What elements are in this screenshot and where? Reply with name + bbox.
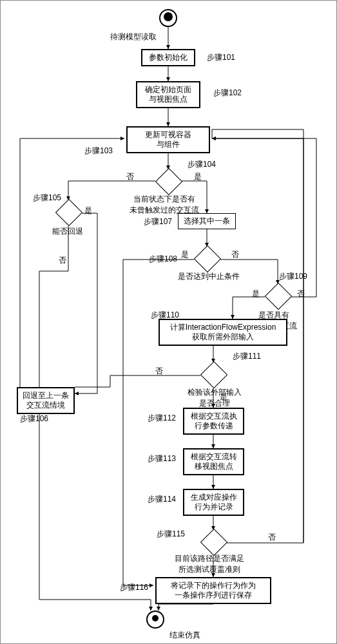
branch-108-yes: 是 — [181, 249, 189, 260]
branch-105-yes: 是 — [84, 205, 92, 216]
label-step111: 步骤111 — [233, 351, 261, 362]
label-step108: 步骤108 — [149, 254, 177, 265]
branch-109-no: 否 — [297, 289, 305, 299]
branch-104-yes: 是 — [194, 171, 202, 182]
label-step105: 步骤105 — [33, 193, 61, 204]
box-step116: 将记录下的操作行为作为 一条操作序列进行保存 — [155, 577, 271, 604]
label-step115: 步骤115 — [157, 529, 185, 540]
branch-105-no: 否 — [59, 255, 66, 266]
text-step115: 目前该路径是否满足 所选测试覆盖准则 — [175, 553, 244, 575]
label-step113: 步骤113 — [148, 453, 176, 464]
start-label: 待测模型读取 — [110, 32, 157, 43]
label-step106: 步骤106 — [20, 413, 48, 424]
end-label: 结束仿真 — [169, 630, 200, 641]
text-step106: 回退至上一条 交互流情境 — [23, 391, 69, 410]
label-step109: 步骤109 — [279, 271, 307, 282]
branch-104-no: 否 — [126, 171, 134, 182]
box-step103: 更新可视容器 与组件 — [126, 126, 210, 153]
box-step114: 生成对应操作 行为并记录 — [183, 489, 244, 516]
text-step116: 将记录下的操作行为作为 一条操作序列进行保存 — [171, 581, 256, 600]
label-step110: 步骤110 — [151, 310, 179, 321]
text-step108: 是否达到中止条件 — [178, 271, 240, 282]
branch-115-no: 否 — [268, 532, 276, 543]
decision-step111 — [200, 361, 227, 388]
branch-111-no: 否 — [155, 366, 163, 377]
decision-step109 — [265, 283, 292, 310]
branch-111-yes: 是 — [220, 392, 227, 402]
start-node — [159, 9, 177, 27]
text-step104: 当前状态下是否有 未曾触发过的交互流 — [130, 194, 199, 216]
text-step107: 选择其中一条 — [184, 216, 230, 225]
label-step112: 步骤112 — [148, 413, 176, 424]
text-step110: 计算InteractionFlowExpression 获取所需外部输入 — [170, 323, 276, 341]
text-step112: 根据交互流执 行参数传递 — [191, 412, 237, 430]
text-step103: 更新可视容器 与组件 — [145, 130, 191, 149]
box-step102: 确定初始页面 与视图焦点 — [136, 81, 200, 108]
text-step102: 确定初始页面 与视图焦点 — [145, 85, 191, 104]
box-step110: 计算InteractionFlowExpression 获取所需外部输入 — [159, 319, 287, 346]
text-step114: 生成对应操作 行为并记录 — [191, 493, 237, 511]
box-step112: 根据交互流执 行参数传递 — [183, 408, 244, 435]
decision-step115 — [200, 529, 227, 556]
label-step114: 步骤114 — [148, 494, 176, 505]
decision-step108 — [194, 245, 221, 272]
end-node — [146, 611, 164, 629]
text-step113: 根据交互流转 移视图焦点 — [191, 452, 237, 471]
branch-109-yes: 是 — [252, 289, 260, 299]
text-step105: 能否回退 — [52, 226, 83, 237]
box-step106: 回退至上一条 交互流情境 — [17, 387, 75, 414]
box-step113: 根据交互流转 移视图焦点 — [183, 448, 244, 475]
branch-108-no: 否 — [231, 249, 239, 260]
label-step116: 步骤116 — [120, 582, 148, 593]
text-step101: 参数初始化 — [149, 53, 188, 62]
label-step101: 步骤101 — [207, 52, 235, 63]
box-step107: 选择其中一条 — [178, 213, 236, 229]
label-step107: 步骤107 — [144, 216, 172, 227]
label-step102: 步骤102 — [213, 88, 242, 99]
label-step103: 步骤103 — [84, 146, 113, 156]
decision-step104 — [155, 168, 182, 195]
label-step104: 步骤104 — [188, 159, 216, 170]
box-step101: 参数初始化 — [141, 49, 195, 66]
text-step111: 检验该外部输入 是否合理 — [188, 387, 242, 409]
